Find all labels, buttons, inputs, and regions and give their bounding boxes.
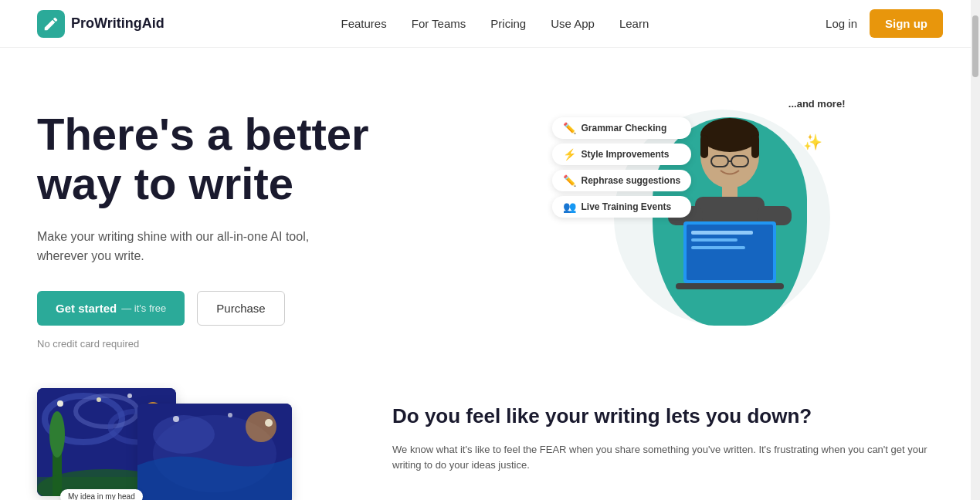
svg-rect-2 bbox=[700, 135, 708, 158]
nav-features[interactable]: Features bbox=[341, 17, 387, 30]
svg-point-27 bbox=[49, 411, 65, 458]
feature-tag-grammar: ✏️ Grammar Checking bbox=[552, 117, 692, 139]
hero-title: There's a better way to write bbox=[37, 110, 470, 208]
svg-point-1 bbox=[700, 118, 759, 152]
purchase-button[interactable]: Purchase bbox=[197, 291, 284, 326]
sparkle-icon: ✨ bbox=[803, 133, 822, 151]
nav-pricing[interactable]: Pricing bbox=[490, 17, 526, 30]
image-stack: My idea in my head bbox=[37, 380, 346, 500]
navbar: ProWritingAid Features For Teams Pricing… bbox=[0, 0, 980, 48]
signup-button[interactable]: Sign up bbox=[870, 9, 943, 38]
svg-rect-14 bbox=[691, 231, 753, 235]
svg-rect-3 bbox=[751, 135, 759, 158]
svg-rect-15 bbox=[691, 238, 738, 242]
lower-right: Do you feel like your writing lets you d… bbox=[392, 380, 943, 474]
training-icon: 👥 bbox=[563, 201, 576, 213]
svg-rect-13 bbox=[676, 283, 784, 289]
feature-tag-rephrase: ✏️ Rephrase suggestions bbox=[552, 170, 692, 191]
svg-point-33 bbox=[246, 411, 276, 442]
svg-point-21 bbox=[57, 400, 63, 407]
scrollbar[interactable] bbox=[971, 0, 980, 500]
idea-tag: My idea in my head bbox=[60, 489, 143, 500]
hero-right: ✏️ Grammar Checking ⚡ Style Improvements… bbox=[470, 94, 943, 341]
svg-point-34 bbox=[173, 416, 179, 422]
no-credit-text: No credit card required bbox=[37, 338, 470, 350]
grammar-icon: ✏️ bbox=[563, 122, 576, 134]
style-icon: ⚡ bbox=[563, 148, 576, 160]
hero-section: There's a better way to write Make your … bbox=[0, 48, 980, 380]
logo-svg bbox=[42, 15, 59, 32]
hero-illustration: ✏️ Grammar Checking ⚡ Style Improvements… bbox=[560, 94, 853, 333]
logo-icon bbox=[37, 10, 65, 38]
svg-point-36 bbox=[265, 419, 273, 427]
rephrase-icon: ✏️ bbox=[563, 174, 576, 187]
feature-tag-style: ⚡ Style Improvements bbox=[552, 144, 692, 165]
svg-point-32 bbox=[153, 415, 215, 454]
lower-text: We know what it's like to feel the FEAR … bbox=[392, 442, 943, 475]
nav-actions: Log in Sign up bbox=[826, 9, 943, 38]
svg-point-35 bbox=[228, 413, 232, 417]
hero-left: There's a better way to write Make your … bbox=[37, 94, 470, 350]
get-started-button[interactable]: Get started — it's free bbox=[37, 291, 185, 326]
hero-buttons: Get started — it's free Purchase bbox=[37, 291, 470, 326]
lower-title: Do you feel like your writing lets you d… bbox=[392, 404, 943, 430]
nav-for-teams[interactable]: For Teams bbox=[412, 17, 466, 30]
and-more-label: ...and more! bbox=[788, 98, 846, 110]
hero-subtitle: Make your writing shine with our all-in-… bbox=[37, 227, 331, 266]
nav-use-app[interactable]: Use App bbox=[551, 17, 595, 30]
image-card-front bbox=[137, 404, 292, 500]
scroll-thumb[interactable] bbox=[972, 15, 978, 77]
feature-tags: ✏️ Grammar Checking ⚡ Style Improvements… bbox=[552, 117, 692, 218]
svg-rect-16 bbox=[691, 246, 745, 249]
painting-svg bbox=[137, 404, 292, 500]
svg-point-22 bbox=[97, 397, 101, 402]
feature-tag-training: 👥 Live Training Events bbox=[552, 196, 692, 218]
nav-links: Features For Teams Pricing Use App Learn bbox=[341, 17, 649, 30]
svg-point-24 bbox=[127, 394, 132, 398]
lower-section: My idea in my head Do you feel like your… bbox=[0, 380, 980, 500]
nav-learn[interactable]: Learn bbox=[619, 17, 649, 30]
logo[interactable]: ProWritingAid bbox=[37, 10, 164, 38]
logo-text: ProWritingAid bbox=[71, 15, 164, 32]
login-link[interactable]: Log in bbox=[826, 17, 857, 30]
